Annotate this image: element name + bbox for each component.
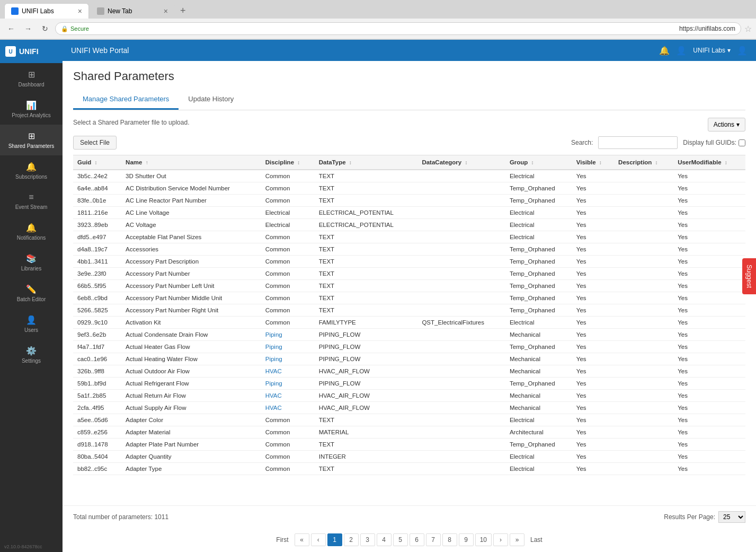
cell-discipline: Common bbox=[261, 268, 315, 280]
pagination-next[interactable]: › bbox=[493, 533, 508, 546]
browser-toolbar: ← → ↻ 🔒 Secure https://unifilabs.com ☆ bbox=[0, 19, 756, 39]
topbar-user-icon[interactable]: 👤 bbox=[676, 46, 687, 56]
sidebar-item-shared-parameters[interactable]: ⊞ Shared Parameters bbox=[0, 125, 63, 155]
col-visible[interactable]: Visible ↕ bbox=[572, 155, 614, 170]
table-row[interactable]: 6a4e..ab84 AC Distribution Service Model… bbox=[73, 182, 745, 195]
table-row[interactable]: d4a8..19c7 Accessories Common TEXT Temp_… bbox=[73, 243, 745, 256]
cell-discipline: Common bbox=[261, 231, 315, 243]
table-row[interactable]: 3b5c..24e2 3D Shutter Out Common TEXT El… bbox=[73, 170, 745, 182]
col-guid[interactable]: Guid ↕ bbox=[73, 155, 121, 170]
sidebar-item-users[interactable]: 👤 Users bbox=[0, 309, 63, 339]
table-row[interactable]: 5266..5825 Accessory Part Number Right U… bbox=[73, 304, 745, 317]
cell-datatype: HVAC_AIR_FLOW bbox=[315, 365, 418, 378]
col-group[interactable]: Group ↕ bbox=[505, 155, 572, 170]
sidebar-item-subscriptions[interactable]: 🔔 Subscriptions bbox=[0, 155, 63, 186]
table-row[interactable]: 80ba..5404 Adapter Quantity Common INTEG… bbox=[73, 451, 745, 463]
pagination-page-3[interactable]: 3 bbox=[360, 533, 375, 546]
pagination-next-next[interactable]: » bbox=[510, 533, 524, 546]
sidebar-item-settings[interactable]: ⚙️ Settings bbox=[0, 339, 63, 370]
tab-manage-shared-parameters[interactable]: Manage Shared Parameters bbox=[73, 90, 179, 110]
pagination-page-8[interactable]: 8 bbox=[442, 533, 457, 546]
cell-datacategory bbox=[417, 390, 505, 402]
actions-dropdown-button[interactable]: Actions ▾ bbox=[708, 118, 745, 132]
sidebar-item-notifications[interactable]: 🔔 Notifications bbox=[0, 216, 63, 247]
sidebar-item-batch-editor[interactable]: ✏️ Batch Editor bbox=[0, 278, 63, 309]
new-tab-close-btn[interactable]: × bbox=[164, 7, 168, 15]
pagination-page-1[interactable]: 1 bbox=[327, 533, 342, 546]
cell-group: Temp_Orphaned bbox=[505, 256, 572, 268]
pagination-page-4[interactable]: 4 bbox=[377, 533, 392, 546]
table-row[interactable]: c859..e256 Adapter Material Common MATER… bbox=[73, 426, 745, 439]
cell-visible: Yes bbox=[572, 451, 614, 463]
new-tab-label: New Tab bbox=[108, 7, 132, 15]
table-row[interactable]: d918..1478 Adapter Plate Part Number Com… bbox=[73, 439, 745, 451]
table-row[interactable]: 59b1..bf9d Actual Refrigerant Flow Pipin… bbox=[73, 378, 745, 390]
search-input[interactable] bbox=[598, 136, 678, 149]
results-per-page-select[interactable]: 25 50 100 bbox=[718, 511, 745, 523]
table-row[interactable]: 66b5..5f95 Accessory Part Number Left Un… bbox=[73, 280, 745, 292]
table-header-row: Guid ↕ Name ↑ Discipline ↕ DataType ↕ Da… bbox=[73, 155, 745, 170]
pagination-page-2[interactable]: 2 bbox=[344, 533, 359, 546]
table-row[interactable]: 3923..89eb AC Voltage Electrical ELECTRI… bbox=[73, 219, 745, 231]
topbar-user-menu[interactable]: UNIFI Labs ▾ bbox=[693, 47, 731, 54]
table-row[interactable]: 5a1f..2b85 Actual Return Air Flow HVAC H… bbox=[73, 390, 745, 402]
sidebar-item-project-analytics[interactable]: 📊 Project Analytics bbox=[0, 94, 63, 125]
pagination-page-9[interactable]: 9 bbox=[459, 533, 474, 546]
table-row[interactable]: 6eb8..c9bd Accessory Part Number Middle … bbox=[73, 292, 745, 304]
table-row[interactable]: cac0..1e96 Actual Heating Water Flow Pip… bbox=[73, 353, 745, 365]
table-row[interactable]: 83fe..0b1e AC Line Reactor Part Number C… bbox=[73, 195, 745, 207]
table-row[interactable]: 0929..9c10 Activation Kit Common FAMILYT… bbox=[73, 317, 745, 329]
select-file-button[interactable]: Select File bbox=[73, 136, 117, 150]
page-title: Shared Parameters bbox=[73, 69, 745, 83]
table-row[interactable]: 9ef3..6e2b Actual Condensate Drain Flow … bbox=[73, 329, 745, 341]
address-bar[interactable]: 🔒 Secure https://unifilabs.com bbox=[55, 22, 741, 35]
cell-datacategory bbox=[417, 353, 505, 365]
table-row[interactable]: bb82..c95c Adapter Type Common TEXT Elec… bbox=[73, 463, 745, 475]
cell-description bbox=[614, 195, 673, 207]
table-row[interactable]: dfd5..e497 Acceptable Flat Panel Sizes C… bbox=[73, 231, 745, 243]
bookmark-button[interactable]: ☆ bbox=[744, 24, 752, 34]
col-datacategory[interactable]: DataCategory ↕ bbox=[417, 155, 505, 170]
col-discipline[interactable]: Discipline ↕ bbox=[261, 155, 315, 170]
cell-usermodifiable: Yes bbox=[673, 256, 745, 268]
table-row[interactable]: 326b..9ff8 Actual Outdoor Air Flow HVAC … bbox=[73, 365, 745, 378]
tab-update-history[interactable]: Update History bbox=[179, 90, 243, 110]
pagination-last[interactable]: Last bbox=[526, 534, 547, 546]
settings-icon: ⚙️ bbox=[26, 346, 37, 356]
table-row[interactable]: f4a7..1fd7 Actual Heater Gas Flow Piping… bbox=[73, 341, 745, 353]
table-row[interactable]: a5ee..05d6 Adapter Color Common TEXT Ele… bbox=[73, 414, 745, 426]
table-row[interactable]: 2cfa..4f95 Actual Supply Air Flow HVAC H… bbox=[73, 402, 745, 414]
sidebar-item-libraries[interactable]: 📚 Libraries bbox=[0, 247, 63, 278]
col-datatype[interactable]: DataType ↕ bbox=[315, 155, 418, 170]
pagination-page-6[interactable]: 6 bbox=[410, 533, 424, 546]
suggest-button[interactable]: Suggest bbox=[742, 258, 756, 294]
tab-close-btn[interactable]: × bbox=[78, 7, 82, 15]
pagination-first[interactable]: First bbox=[272, 534, 292, 546]
table-row[interactable]: 1811..216e AC Line Voltage Electrical EL… bbox=[73, 207, 745, 219]
sidebar-item-dashboard[interactable]: ⊞ Dashboard bbox=[0, 63, 63, 94]
col-usermodifiable[interactable]: UserModifiable ↕ bbox=[673, 155, 745, 170]
topbar-profile-icon[interactable]: 👤 bbox=[737, 46, 748, 56]
refresh-button[interactable]: ↻ bbox=[38, 22, 52, 36]
forward-button[interactable]: → bbox=[21, 22, 35, 36]
pagination-page-10[interactable]: 10 bbox=[475, 533, 492, 546]
pagination-page-7[interactable]: 7 bbox=[426, 533, 441, 546]
pagination-prev-prev[interactable]: « bbox=[295, 533, 309, 546]
sidebar-item-event-stream[interactable]: ≡ Event Stream bbox=[0, 186, 63, 216]
cell-description bbox=[614, 341, 673, 353]
col-description[interactable]: Description ↕ bbox=[614, 155, 673, 170]
table-row[interactable]: 4bb1..3411 Accessory Part Description Co… bbox=[73, 256, 745, 268]
pagination-prev[interactable]: ‹ bbox=[311, 533, 326, 546]
active-tab[interactable]: UNIFI Labs × bbox=[4, 3, 89, 19]
pagination-page-5[interactable]: 5 bbox=[393, 533, 408, 546]
topbar-bell-icon[interactable]: 🔔 bbox=[659, 46, 670, 56]
back-button[interactable]: ← bbox=[4, 22, 18, 36]
new-tab-button[interactable]: + bbox=[176, 3, 190, 19]
inactive-tab[interactable]: New Tab × bbox=[90, 3, 175, 19]
col-name[interactable]: Name ↑ bbox=[121, 155, 261, 170]
cell-group: Temp_Orphaned bbox=[505, 292, 572, 304]
cell-description bbox=[614, 439, 673, 451]
display-full-guid-checkbox[interactable] bbox=[739, 139, 745, 146]
table-body: 3b5c..24e2 3D Shutter Out Common TEXT El… bbox=[73, 170, 745, 475]
table-row[interactable]: 3e9e..23f0 Accessory Part Number Common … bbox=[73, 268, 745, 280]
